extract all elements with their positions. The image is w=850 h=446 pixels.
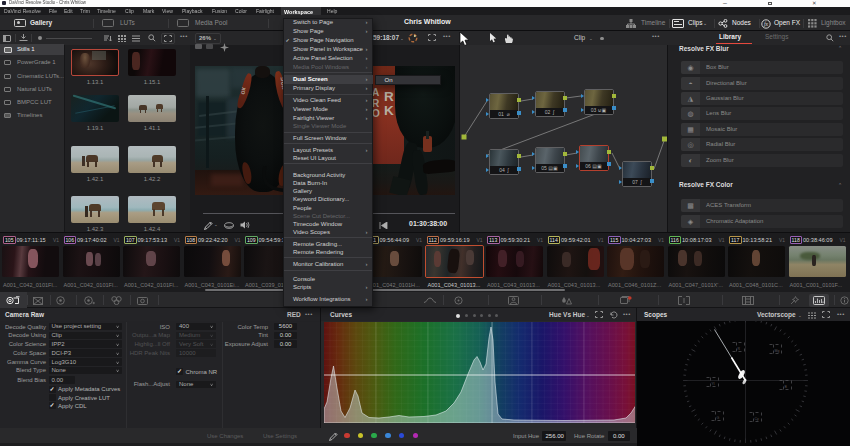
svg-text:fx: fx [764,21,769,27]
svg-text:Cy: Cy [755,417,760,421]
svg-text:Yl: Yl [712,382,715,386]
svg-text:Mg: Mg [775,349,780,353]
svg-text:B: B [785,385,788,389]
svg-text:R: R [738,347,741,351]
svg-text:G: G [717,416,720,420]
